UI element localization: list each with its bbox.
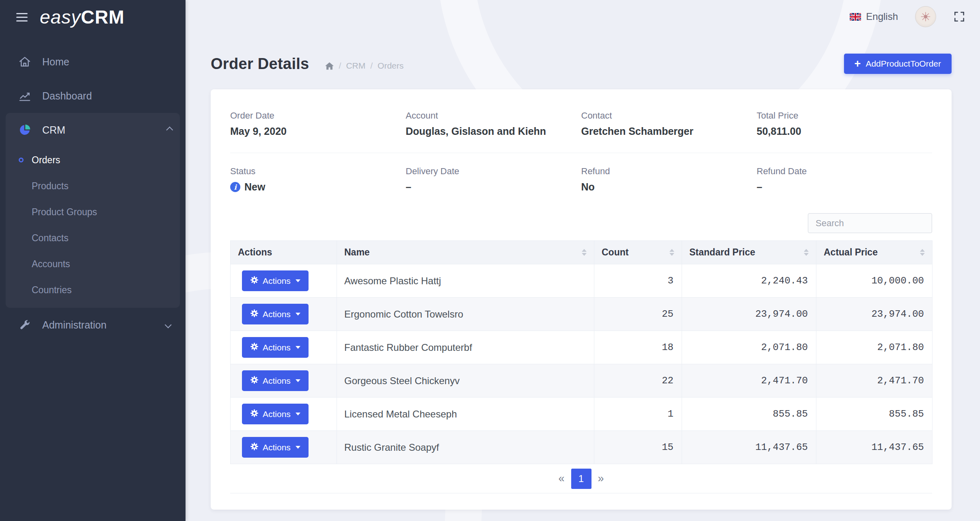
pagination-next[interactable]: »: [598, 472, 604, 485]
field-value: i New: [230, 181, 406, 193]
fullscreen-icon[interactable]: [953, 11, 965, 23]
field-contact: Contact Gretchen Schamberger: [581, 110, 757, 137]
field-value: No: [581, 181, 757, 193]
main-content: Order Details / CRM / Orders + AddProduc…: [186, 33, 980, 510]
pagination-page-1[interactable]: 1: [571, 469, 591, 489]
field-label: Refund Date: [757, 166, 932, 177]
standard-price-cell: 23,974.00: [682, 298, 816, 331]
row-actions-button[interactable]: Actions: [242, 337, 309, 358]
header-standard-price[interactable]: Standard Price: [682, 241, 816, 264]
order-products-table: Actions Name Count Standard Price Actual…: [230, 240, 933, 464]
product-name-cell: Fantastic Rubber Computerbf: [337, 331, 594, 364]
sidebar-item-administration[interactable]: Administration: [0, 308, 186, 342]
header-name[interactable]: Name: [337, 241, 594, 264]
caret-down-icon: [296, 446, 300, 449]
sidebar-item-dashboard[interactable]: Dashboard: [0, 79, 186, 113]
pagination: « 1 »: [230, 464, 932, 493]
brand-easy: easy: [40, 6, 81, 28]
wrench-icon: [18, 318, 32, 332]
add-product-to-order-button[interactable]: + AddProductToOrder: [844, 54, 952, 74]
count-cell: 18: [594, 331, 682, 364]
actual-price-cell: 23,974.00: [816, 298, 933, 331]
field-account: Account Douglas, Gislason and Kiehn: [406, 110, 581, 137]
sidebar-item-accounts[interactable]: Accounts: [6, 251, 180, 277]
row-actions-button[interactable]: Actions: [242, 270, 309, 291]
table-row: Actions Ergonomic Cotton Towelsro 25 23,…: [231, 298, 933, 331]
header-count[interactable]: Count: [594, 241, 682, 264]
header-label: Actual Price: [824, 247, 878, 258]
caret-down-icon: [296, 413, 300, 415]
menu-toggle-icon[interactable]: [16, 13, 28, 22]
sidebar-item-product-groups[interactable]: Product Groups: [6, 199, 180, 225]
breadcrumb: / CRM / Orders: [325, 61, 404, 71]
field-value: Gretchen Schamberger: [581, 125, 757, 137]
home-icon: [18, 55, 32, 69]
gear-icon: [250, 376, 259, 386]
field-label: Order Date: [230, 110, 406, 121]
row-actions-button[interactable]: Actions: [242, 404, 309, 424]
row-actions-button[interactable]: Actions: [242, 437, 309, 458]
count-cell: 1: [594, 398, 682, 431]
pagination-prev[interactable]: «: [558, 472, 564, 485]
sidebar-menu: Home Dashboard CRM Orders: [0, 45, 186, 342]
caret-down-icon: [296, 346, 300, 349]
caret-down-icon: [296, 313, 300, 316]
sort-icon[interactable]: [582, 249, 587, 256]
count-cell: 3: [594, 264, 682, 298]
breadcrumb-orders[interactable]: Orders: [378, 61, 404, 71]
caret-down-icon: [296, 379, 300, 382]
sort-icon[interactable]: [804, 249, 809, 256]
crm-submenu: Orders Products Product Groups Contacts …: [6, 147, 180, 303]
sidebar-item-countries[interactable]: Countries: [6, 277, 180, 303]
count-cell: 22: [594, 364, 682, 398]
row-actions-button[interactable]: Actions: [242, 370, 309, 391]
field-label: Delivery Date: [406, 166, 581, 177]
standard-price-cell: 2,071.80: [682, 331, 816, 364]
search-input[interactable]: [808, 213, 932, 233]
gear-icon: [250, 409, 259, 419]
standard-price-cell: 2,240.43: [682, 264, 816, 298]
breadcrumb-crm[interactable]: CRM: [346, 61, 365, 71]
language-selector[interactable]: English: [850, 11, 898, 22]
avatar[interactable]: [915, 6, 936, 27]
sidebar-item-crm[interactable]: CRM: [6, 113, 180, 147]
product-name-cell: Awesome Plastic Hattj: [337, 264, 594, 298]
header-actual-price[interactable]: Actual Price: [816, 241, 933, 264]
sub-item-label: Countries: [32, 285, 71, 296]
topbar: English: [186, 0, 980, 33]
sidebar-item-contacts[interactable]: Contacts: [6, 225, 180, 251]
page-title: Order Details: [211, 55, 309, 73]
field-label: Status: [230, 166, 406, 177]
sidebar-item-label: Home: [42, 56, 69, 68]
actions-button-label: Actions: [263, 443, 291, 452]
sort-icon[interactable]: [920, 249, 925, 256]
field-refund-date: Refund Date –: [757, 166, 932, 193]
actions-button-label: Actions: [263, 276, 291, 286]
gear-icon: [250, 309, 259, 320]
add-button-label: AddProductToOrder: [866, 59, 941, 69]
breadcrumb-separator: /: [370, 61, 373, 71]
sidebar-group-crm: CRM Orders Products Product Groups Conta…: [6, 113, 180, 308]
order-fields-row1: Order Date May 9, 2020 Account Douglas, …: [230, 110, 932, 153]
breadcrumb-home-icon[interactable]: [325, 62, 334, 70]
field-delivery-date: Delivery Date –: [406, 166, 581, 193]
table-row: Actions Licensed Metal Cheeseph 1 855.85…: [231, 398, 933, 431]
order-details-card: Order Date May 9, 2020 Account Douglas, …: [211, 89, 952, 510]
avatar-ornament: [920, 11, 932, 23]
field-value: Douglas, Gislason and Kiehn: [406, 125, 581, 137]
uk-flag-icon: [850, 13, 861, 21]
language-label: English: [866, 11, 898, 22]
sidebar-item-products[interactable]: Products: [6, 173, 180, 199]
gear-icon: [250, 276, 259, 286]
product-name-cell: Ergonomic Cotton Towelsro: [337, 298, 594, 331]
count-cell: 25: [594, 298, 682, 331]
field-label: Contact: [581, 110, 757, 121]
field-status: Status i New: [230, 166, 406, 193]
row-actions-button[interactable]: Actions: [242, 304, 309, 324]
brand-logo[interactable]: easyCRM: [40, 8, 125, 26]
sidebar-header: easyCRM: [0, 0, 186, 34]
sidebar-item-home[interactable]: Home: [0, 45, 186, 79]
sort-icon[interactable]: [669, 249, 674, 256]
sidebar-item-orders[interactable]: Orders: [6, 147, 180, 173]
info-icon[interactable]: i: [230, 182, 240, 192]
